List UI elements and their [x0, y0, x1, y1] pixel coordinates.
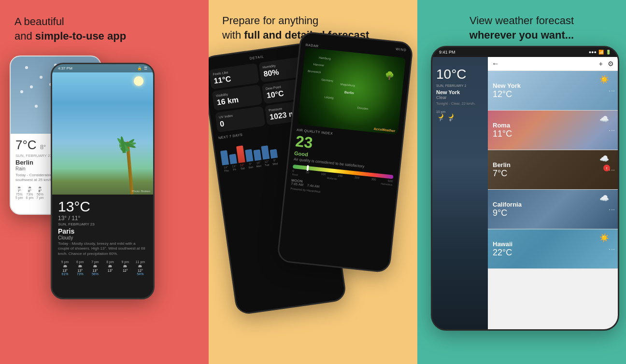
california-temp: 9°C [493, 208, 613, 218]
left-headline-line2: and [14, 30, 35, 42]
roma-more-icon[interactable]: ⋮ [609, 127, 616, 133]
front-phone-condition: Cloudy [58, 235, 147, 240]
right-main-date: SUN, FEBRUARY 2 [436, 84, 484, 87]
back-phone-temp-small: 8° [40, 143, 46, 151]
right-main-city: New York [436, 89, 484, 95]
hawaii-more-icon[interactable]: ⋮ [609, 246, 616, 252]
left-headline-line1: A beautiful [14, 15, 64, 28]
phone-right: 9:41 PM ●●● 📶 🔋 10°C SUN, FEBRUARY 2 New… [431, 46, 619, 331]
settings-icon[interactable]: ⚙ [608, 60, 614, 68]
hawaii-name: Hawaii [493, 240, 613, 248]
front-phone-date: SUN, FEBRUARY 23 [58, 222, 147, 226]
front-phone-city: Paris [58, 227, 147, 235]
newyork-weather-icon: ☀️ [599, 75, 609, 84]
back-phone-temp: 7°C [15, 138, 37, 152]
right-main-condition: Clear [436, 95, 484, 100]
city-card-california[interactable]: California 9°C ☁️ ⋮ [488, 190, 618, 229]
phone-radar: WIND RADAR Hamburg Hanover Brunswick Ger… [277, 31, 414, 273]
phone-front-left: 4:37 PM 🔒 ☰ Photo: Broken [51, 63, 155, 299]
panel-right: View weather forecast wherever you want.… [417, 0, 626, 364]
city-card-roma[interactable]: Roma 11°C ☁️ ⋮ [488, 111, 618, 150]
left-headline: A beautiful and simple-to-use app [14, 14, 194, 43]
roma-temp: 11°C [493, 129, 613, 139]
front-phone-temp: 13°C [58, 198, 147, 215]
front-phone-desc: Today - Mostly cloudy, breezy and mild w… [58, 241, 147, 256]
newyork-name: New York [493, 82, 613, 89]
roma-weather-icon: ☁️ [599, 114, 609, 124]
add-city-icon[interactable]: + [599, 60, 603, 68]
front-phone-time: 4:37 PM [58, 66, 72, 70]
right-phone-time: 9:41 PM [439, 50, 455, 55]
middle-headline-line2: with [222, 29, 244, 41]
middle-headline-line1: Prepare for anything [222, 14, 318, 27]
left-headline-bold: simple-to-use app [35, 30, 126, 42]
city-card-newyork[interactable]: New York 12°C ☀️ ⋮ [488, 71, 618, 111]
right-headline-line1: View weather forecast [470, 14, 574, 27]
california-weather-icon: ☁️ [599, 194, 609, 203]
california-name: California [493, 201, 613, 208]
panel-middle: Prepare for anything with full and detai… [209, 0, 417, 364]
right-headline-bold: wherever you want... [470, 29, 574, 41]
panel-left: A beautiful and simple-to-use app 7°C 8°… [0, 0, 209, 364]
hawaii-weather-icon: ☀️ [599, 233, 609, 242]
city-card-hawaii[interactable]: Hawaii 22°C ☀️ ⋮ [488, 229, 618, 269]
roma-name: Roma [493, 122, 613, 129]
hawaii-temp: 22°C [493, 248, 613, 258]
newyork-temp: 12°C [493, 89, 613, 99]
right-headline: View weather forecast wherever you want.… [431, 14, 612, 42]
berlin-name: Berlin [493, 161, 613, 168]
newyork-more-icon[interactable]: ⋮ [609, 87, 616, 94]
front-phone-temp-range: 13° / 11° [58, 215, 147, 222]
berlin-temp: 7°C [493, 168, 613, 179]
california-more-icon[interactable]: ⋮ [609, 206, 616, 212]
right-main-temp: 10°C [436, 67, 484, 82]
city-card-berlin[interactable]: Berlin 7°C ☁️ ! ⋮ [488, 150, 618, 190]
berlin-more-icon[interactable]: ⋮ [609, 167, 616, 173]
back-arrow-icon[interactable]: ← [492, 59, 499, 68]
right-main-desc: Tonight - Clear, 22 km/h. [436, 101, 484, 106]
berlin-weather-icon: ☁️ [599, 154, 609, 163]
